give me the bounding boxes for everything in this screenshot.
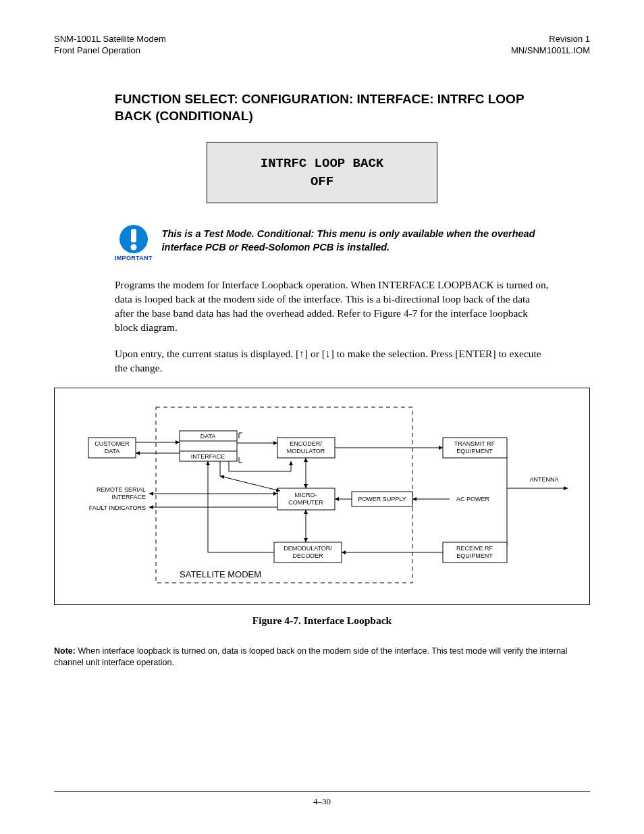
important-label: IMPORTANT [115,255,153,261]
page-footer: 4–30 [54,791,590,807]
important-callout: IMPORTANT This is a Test Mode. Condition… [115,224,549,261]
svg-line-31 [220,476,280,491]
svg-rect-1 [131,229,136,242]
up-arrow-icon: ↑ [299,348,304,359]
figure-caption: Figure 4-7. Interface Loopback [54,615,590,627]
lcd-line2: OFF [214,173,430,191]
svg-text:MODULATOR: MODULATOR [287,448,325,454]
note-label: Note: [54,646,76,656]
label-transmit-rf: TRANSMIT RF [454,440,495,447]
label-ac-power: AC POWER [456,496,490,502]
note: Note: When interface loopback is turned … [54,646,590,669]
label-antenna: ANTENNA [529,476,558,483]
label-demod: DEMODULATOR/ [284,545,332,552]
important-icon: IMPORTANT [115,224,153,261]
header-section: Front Panel Operation [54,45,166,57]
label-encoder: ENCODER/ [290,440,322,447]
paragraph-1: Programs the modem for Interface Loopbac… [115,278,549,335]
down-arrow-icon: ↓ [325,348,331,359]
section-title: FUNCTION SELECT: CONFIGURATION: INTERFAC… [115,90,549,125]
note-text: When interface loopback is turned on, da… [54,646,568,667]
page-header: SNM-1001L Satellite Modem Front Panel Op… [54,34,590,57]
svg-text:DECODER: DECODER [292,552,323,559]
label-remote-serial: REMOTE SERIAL [97,486,146,493]
label-data: DATA [200,433,216,440]
paragraph-2: Upon entry, the current status is displa… [115,347,549,375]
label-customer-data: CUSTOMER [95,440,130,447]
svg-text:EQUIPMENT: EQUIPMENT [456,552,493,559]
svg-text:EQUIPMENT: EQUIPMENT [456,448,493,454]
page-number: 4–30 [313,796,331,806]
block-diagram: CUSTOMER DATA DATA INTERFACE ENCODER/ MO… [54,388,590,605]
svg-text:INTERFACE: INTERFACE [111,494,146,500]
header-revision: Revision 1 [511,34,590,45]
label-satellite-modem: SATELLITE MODEM [180,569,261,579]
lcd-display: INTRFC LOOP BACK OFF [207,142,437,203]
important-text: This is a Test Mode. Conditional: This m… [162,224,549,254]
label-interface: INTERFACE [191,453,225,460]
svg-text:DATA: DATA [105,448,120,454]
label-receive-rf: RECEIVE RF [456,545,493,552]
svg-text:COMPUTER: COMPUTER [288,499,323,506]
header-product: SNM-1001L Satellite Modem [54,34,166,45]
label-power-supply: POWER SUPPLY [358,496,406,502]
label-micro: MICRO- [295,492,317,498]
label-fault-indicators: FAULT INDICATORS [89,504,146,511]
svg-point-2 [130,244,136,251]
header-docnum: MN/SNM1001L.IOM [511,45,590,57]
lcd-line1: INTRFC LOOP BACK [214,155,430,173]
